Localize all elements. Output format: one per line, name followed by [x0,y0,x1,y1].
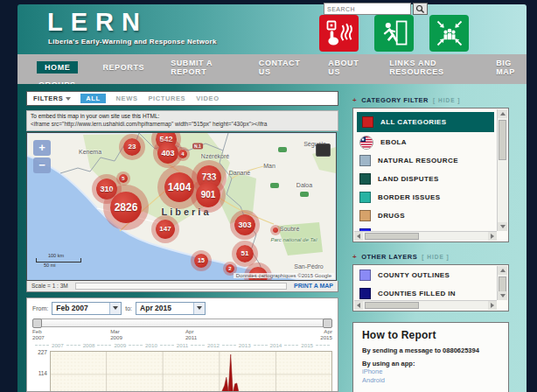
year-label: 2010 [145,342,157,348]
map-cluster-marker[interactable]: 5 [119,174,128,183]
report-app-label: By using an app: [362,360,499,368]
scroll-down-arrow[interactable] [498,222,507,231]
map-cluster-marker[interactable]: 2826 [110,192,142,223]
category-filter-hide-link[interactable]: [ HIDE ] [433,97,460,103]
print-map-link[interactable]: PRINT A MAP [289,283,338,289]
scrollbar-thumb[interactable] [499,120,506,160]
map-cluster-marker[interactable]: 51 [236,245,254,262]
filter-tab-news[interactable]: NEWS [116,94,138,102]
fire-alarm-icon[interactable] [319,15,359,52]
vertical-scrollbar[interactable] [497,266,507,300]
year-label: 2011 [177,342,188,348]
filter-tab-all[interactable]: ALL [80,94,105,103]
site-tagline: Liberia's Early-Warning and Response Net… [48,38,217,46]
filter-tab-pictures[interactable]: PICTURES [149,94,186,102]
map-cluster-marker[interactable]: 4 [178,150,187,158]
nav-item-home[interactable]: HOME [37,61,78,74]
map-cluster-marker[interactable]: 147 [156,220,175,239]
from-date-select[interactable]: Feb 2007 [52,302,122,315]
scrollbar-thumb[interactable] [499,276,506,292]
slider-tick: Feb2007 [32,328,45,341]
iphone-app-link[interactable]: iPhone [362,368,499,376]
scroll-left-arrow[interactable] [354,232,363,241]
map-footer-strip: Scale = 1 : 3M PRINT A MAP [26,281,338,292]
emergency-icons [319,15,469,52]
vertical-scrollbar[interactable] [497,109,507,231]
category-list: ALL CATEGORIESEBOLANATURAL RESOURCELAND … [354,109,497,231]
category-item-border-issues[interactable]: BORDER ISSUES [354,188,497,206]
nav-item-about-us[interactable]: ABOUT US [326,57,365,78]
slider-year-scale: 200720082009201020112012201320142015 [32,341,332,349]
nav-item-reports[interactable]: REPORTS [101,61,146,74]
layer-item-counties-filled-in[interactable]: COUNTIES FILLED IN [354,284,497,300]
map-cluster-marker[interactable] [273,228,278,233]
scrollbar-thumb[interactable] [365,233,419,240]
category-item-natural-resource[interactable]: NATURAL RESOURCE [354,151,497,170]
scalebar-mi-label: 50 mi [44,262,81,268]
y-tick-label: 114 [38,370,47,376]
embed-code: <iframe src="http://www.lern.ushahidi.co… [31,121,334,129]
main-content: FILTERS ALLNEWSPICTURESVIDEO To embed th… [17,84,527,392]
other-layers-hide-link[interactable]: [ HIDE ] [422,254,449,260]
slider-handle-left[interactable] [32,318,42,328]
map-cluster-marker[interactable]: 23 [123,138,141,156]
timeline-panel: From: Feb 2007 to: Apr 2015 Feb2007Mar [26,298,338,392]
category-item-label: BORDER ISSUES [378,193,440,201]
how-to-report-title: How to Report [362,329,499,341]
category-filter-header: + CATEGORY FILTER [ HIDE ] [352,96,509,104]
category-item-political-issues[interactable]: POLITICAL ISSUES [354,225,497,231]
map-cluster-marker[interactable]: 2 [226,264,234,273]
horizontal-scrollbar[interactable] [354,300,497,310]
horizontal-scrollbar[interactable] [354,231,497,241]
search-button[interactable] [413,3,428,15]
scroll-up-arrow[interactable] [498,266,507,275]
to-date-select[interactable]: Apr 2015 [136,302,206,315]
slider-tick-labels: Feb2007Mar2009Apr2011Apr2015 [32,328,332,341]
map-cluster-marker[interactable]: 303 [234,214,255,235]
nav-row-1: HOMEREPORTSSUBMIT A REPORTCONTACT USABOU… [37,57,527,78]
expand-icon: + [352,253,357,261]
chart-plot-area [50,351,332,392]
other-layers-header: + OTHER LAYERS [ HIDE ] [352,253,509,261]
category-item-all-categories[interactable]: ALL CATEGORIES [357,112,494,132]
map-cluster-marker[interactable]: 15 [194,254,208,268]
category-item-land-disputes[interactable]: LAND DISPUTES [354,170,497,188]
scroll-up-arrow[interactable] [498,109,507,118]
category-filter-title: CATEGORY FILTER [361,96,429,104]
zoom-in-button[interactable]: + [33,140,51,156]
filter-tabs: ALLNEWSPICTURESVIDEO [80,94,219,103]
filter-tab-video[interactable]: VIDEO [196,94,219,102]
search-icon [415,4,425,14]
map-cluster-marker[interactable]: 901 [196,183,220,207]
category-item-label: LAND DISPUTES [378,175,439,183]
category-item-drugs[interactable]: DRUGS [354,206,497,225]
android-app-link[interactable]: Android [362,376,499,385]
slider-handle-right[interactable] [323,318,332,328]
year-label: 2015 [301,342,313,348]
category-item-ebola[interactable]: EBOLA [354,133,497,151]
map-cluster-marker[interactable]: 1404 [164,172,194,202]
map-pan-track[interactable] [75,283,287,290]
nav-item-big-map[interactable]: BIG MAP [494,57,527,78]
map-canvas[interactable]: KenemaSéguélaNzérékoréManDananéDaloaLibe… [26,132,337,281]
nav-item-submit-a-report[interactable]: SUBMIT A REPORT [169,57,234,78]
zoom-out-button[interactable]: − [33,158,51,173]
assembly-point-icon[interactable] [429,15,469,52]
scroll-right-arrow[interactable] [488,232,497,241]
nav-item-contact-us[interactable]: CONTACT US [257,57,304,78]
nav-item-links-and-resources[interactable]: LINKS AND RESOURCES [387,57,471,78]
layer-item-county-outlines[interactable]: COUNTY OUTLINES [354,266,497,284]
date-range-slider[interactable] [32,318,332,327]
map-layers-button[interactable] [316,144,331,157]
scrollbar-thumb[interactable] [365,302,419,309]
report-sms-text: By sending a message to 0880625394 [362,346,499,354]
scroll-right-arrow[interactable] [488,301,497,310]
scroll-down-arrow[interactable] [498,291,507,300]
emergency-exit-icon[interactable] [374,15,414,52]
chevron-down-icon [66,97,71,101]
other-layers-title: OTHER LAYERS [361,253,417,261]
search-input[interactable] [324,3,411,15]
scroll-left-arrow[interactable] [354,301,363,310]
map-cluster-marker[interactable]: 403 [157,143,178,164]
year-label: 2013 [239,342,251,348]
